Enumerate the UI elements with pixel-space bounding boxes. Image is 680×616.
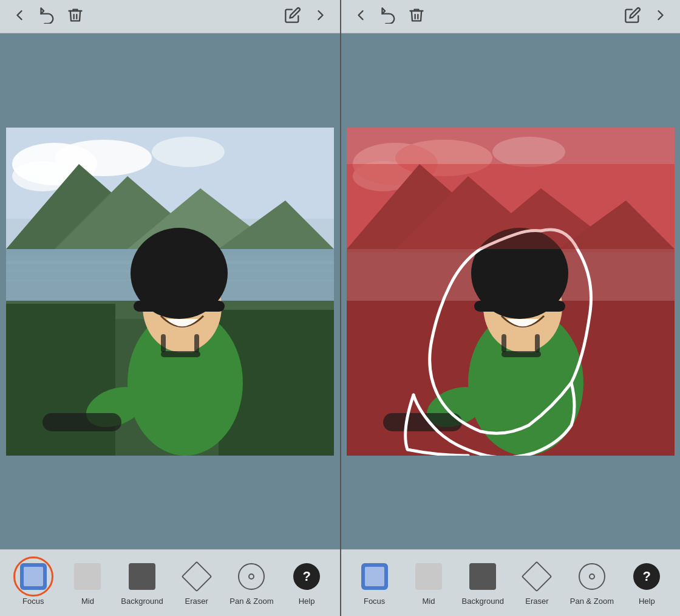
right-tool-panzoom[interactable]: Pan & Zoom [570, 560, 614, 606]
right-help-icon: ? [633, 563, 660, 590]
right-eraser-icon [523, 563, 550, 590]
right-tool-help[interactable]: ? Help [625, 560, 668, 606]
background-icon [129, 563, 155, 590]
right-bg-label: Background [462, 597, 504, 606]
svg-rect-53 [474, 301, 565, 312]
right-help-icon-wrap: ? [630, 560, 663, 593]
svg-point-5 [152, 137, 225, 167]
left-eraser-icon-wrap [180, 560, 213, 593]
focus-icon [20, 563, 47, 590]
right-panzoom-label: Pan & Zoom [570, 597, 614, 606]
right-toolbar [341, 0, 680, 33]
left-mid-icon-wrap [71, 560, 104, 593]
right-back-button[interactable] [352, 7, 369, 26]
svg-rect-26 [161, 334, 166, 352]
right-delete-button[interactable] [408, 7, 425, 26]
left-bg-label: Background [121, 597, 163, 606]
svg-rect-48 [383, 413, 462, 431]
undo-button[interactable] [39, 7, 56, 26]
left-bottom-toolbar: Focus Mid Background Eraser [0, 549, 340, 616]
left-tool-eraser[interactable]: Eraser [175, 560, 218, 606]
left-mid-label: Mid [81, 597, 94, 606]
left-bg-icon-wrap [126, 560, 158, 593]
svg-rect-20 [42, 413, 121, 431]
left-image-area [0, 33, 340, 549]
left-panzoom-label: Pan & Zoom [229, 597, 273, 606]
left-toolbar-right [284, 7, 329, 26]
right-focus-icon [361, 563, 388, 590]
right-forward-button[interactable] [652, 7, 669, 26]
delete-button[interactable] [67, 7, 84, 26]
right-focus-icon-wrap [358, 560, 391, 593]
left-tool-background[interactable]: Background [121, 560, 163, 606]
right-focus-label: Focus [364, 597, 385, 606]
right-toolbar-left [352, 7, 425, 26]
right-panzoom-inner-circle [589, 573, 595, 580]
left-toolbar [0, 0, 340, 33]
eraser-shape [181, 561, 212, 592]
left-help-label: Help [299, 597, 315, 606]
right-panzoom-icon [579, 563, 605, 590]
right-bg-icon-wrap [466, 560, 499, 593]
panzoom-icon [238, 563, 265, 590]
left-photo-svg [6, 128, 334, 456]
svg-rect-16 [6, 304, 115, 456]
help-icon: ? [293, 563, 320, 590]
left-tool-focus[interactable]: Focus [12, 560, 55, 606]
svg-rect-27 [194, 334, 199, 352]
eraser-icon [183, 563, 210, 590]
left-tool-help[interactable]: ? Help [285, 560, 328, 606]
mid-icon [74, 563, 101, 590]
right-photo-svg [347, 128, 675, 456]
edit-button[interactable] [284, 7, 301, 26]
right-help-label: Help [639, 597, 655, 606]
left-panzoom-icon-wrap [235, 560, 268, 593]
right-undo-button[interactable] [380, 7, 397, 26]
right-mid-icon-wrap [412, 560, 445, 593]
right-tool-eraser[interactable]: Eraser [515, 560, 558, 606]
right-eraser-icon-wrap [520, 560, 553, 593]
right-mid-icon [415, 563, 442, 590]
right-photo [347, 128, 675, 456]
left-photo [6, 128, 334, 456]
panzoom-inner-circle [248, 573, 254, 580]
right-mid-label: Mid [422, 597, 435, 606]
right-bottom-toolbar: Focus Mid Background Eraser [341, 549, 680, 616]
right-tool-mid[interactable]: Mid [407, 560, 450, 606]
left-focus-icon-wrap [17, 560, 50, 593]
right-tool-background[interactable]: Background [461, 560, 504, 606]
right-eraser-shape [522, 561, 552, 592]
left-eraser-label: Eraser [185, 597, 208, 606]
right-background-icon [469, 563, 496, 590]
right-eraser-label: Eraser [525, 597, 548, 606]
svg-rect-54 [501, 334, 506, 352]
right-panzoom-icon-wrap [576, 560, 608, 593]
svg-rect-57 [347, 128, 675, 249]
right-toolbar-right [624, 7, 669, 26]
left-focus-label: Focus [22, 597, 44, 606]
left-panel: Focus Mid Background Eraser [0, 0, 340, 616]
back-button[interactable] [11, 7, 28, 26]
left-tool-panzoom[interactable]: Pan & Zoom [229, 560, 273, 606]
svg-rect-25 [134, 301, 225, 312]
svg-rect-28 [161, 351, 200, 357]
right-edit-button[interactable] [624, 7, 641, 26]
left-help-icon-wrap: ? [290, 560, 323, 593]
left-toolbar-left [11, 7, 84, 26]
right-panel: Focus Mid Background Eraser [340, 0, 680, 616]
forward-button[interactable] [312, 7, 329, 26]
svg-rect-55 [535, 334, 540, 352]
right-tool-focus[interactable]: Focus [353, 560, 396, 606]
left-tool-mid[interactable]: Mid [66, 560, 109, 606]
svg-rect-56 [501, 351, 541, 357]
right-image-area [341, 33, 680, 549]
